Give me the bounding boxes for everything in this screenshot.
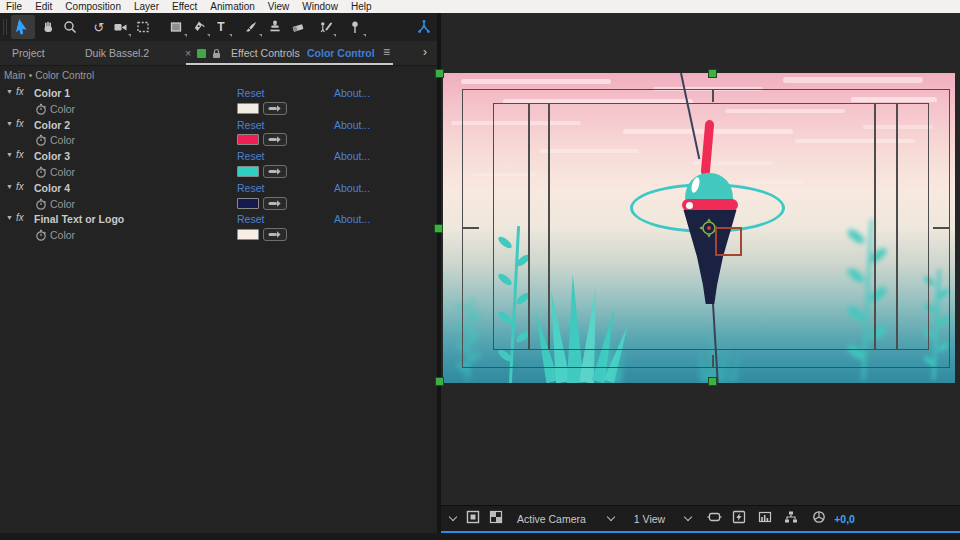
stopwatch-icon[interactable] xyxy=(34,165,48,179)
menu-view[interactable]: View xyxy=(268,0,290,13)
effect-header-row[interactable]: ▼fxColor 3ResetAbout... xyxy=(0,148,437,164)
fx-badge-icon[interactable]: fx xyxy=(16,149,24,160)
pan-behind-tool[interactable] xyxy=(131,15,155,39)
about-link[interactable]: About... xyxy=(334,87,370,99)
panel-menu-icon[interactable]: ≡ xyxy=(383,45,390,59)
disclosure-triangle-icon[interactable]: ▼ xyxy=(6,214,13,221)
hand-tool[interactable] xyxy=(36,15,60,39)
eraser-tool[interactable] xyxy=(286,15,310,39)
puppet-pin-tool[interactable] xyxy=(343,15,367,39)
disclosure-triangle-icon[interactable]: ▼ xyxy=(6,120,13,127)
effect-header-row[interactable]: ▼fxColor 1ResetAbout... xyxy=(0,85,437,101)
brush-tool[interactable] xyxy=(239,15,263,39)
effect-name[interactable]: Color 4 xyxy=(34,182,70,194)
handle-mid-left[interactable] xyxy=(434,224,443,233)
rectangle-tool[interactable] xyxy=(164,15,188,39)
layer-center-tick xyxy=(462,227,479,229)
color-swatch[interactable] xyxy=(237,134,259,145)
viewer-options-dropdown[interactable] xyxy=(446,517,460,520)
disclosure-triangle-icon[interactable]: ▼ xyxy=(6,151,13,158)
menu-animation[interactable]: Animation xyxy=(210,0,254,13)
breadcrumb-comp[interactable]: Main xyxy=(4,70,26,81)
effect-header-row[interactable]: ▼fxColor 2ResetAbout... xyxy=(0,117,437,133)
menu-window[interactable]: Window xyxy=(302,0,338,13)
cloud-streak xyxy=(461,79,611,84)
reset-link[interactable]: Reset xyxy=(237,150,264,162)
handle-top-mid[interactable] xyxy=(708,69,717,78)
fx-badge-icon[interactable]: fx xyxy=(16,118,24,129)
type-tool[interactable]: T xyxy=(209,15,233,39)
reset-link[interactable]: Reset xyxy=(237,87,264,99)
duik-rig-tool[interactable] xyxy=(412,15,436,39)
menu-edit[interactable]: Edit xyxy=(35,0,52,13)
disclosure-triangle-icon[interactable]: ▼ xyxy=(6,88,13,95)
pixel-aspect-correction-button[interactable] xyxy=(707,510,722,528)
disclosure-triangle-icon[interactable]: ▼ xyxy=(6,183,13,190)
fx-badge-icon[interactable]: fx xyxy=(16,212,24,223)
view-layout-dropdown[interactable]: 1 View xyxy=(634,513,691,525)
fast-previews-button[interactable] xyxy=(732,510,746,528)
stopwatch-icon[interactable] xyxy=(34,197,48,211)
about-link[interactable]: About... xyxy=(334,150,370,162)
effect-header-row[interactable]: ▼fxColor 4ResetAbout... xyxy=(0,180,437,196)
color-swatch[interactable] xyxy=(237,198,259,209)
stopwatch-icon[interactable] xyxy=(34,133,48,147)
clone-stamp-tool[interactable] xyxy=(263,15,287,39)
camera-view-dropdown[interactable]: Active Camera xyxy=(517,513,614,525)
effect-name[interactable]: Color 2 xyxy=(34,119,70,131)
color-swatch[interactable] xyxy=(237,166,259,177)
reset-link[interactable]: Reset xyxy=(237,119,264,131)
menu-help[interactable]: Help xyxy=(351,0,372,13)
tab-duik-bassel[interactable]: Duik Bassel.2 xyxy=(85,47,149,59)
reset-link[interactable]: Reset xyxy=(237,213,264,225)
eyedropper-button[interactable] xyxy=(263,165,287,178)
pen-tool[interactable] xyxy=(187,15,211,39)
fast-previews-icon xyxy=(732,510,746,524)
about-link[interactable]: About... xyxy=(334,213,370,225)
tab-active-layer-name[interactable]: Color Control xyxy=(307,47,375,59)
tab-project[interactable]: Project xyxy=(12,47,45,59)
zoom-tool[interactable] xyxy=(58,15,82,39)
camera-tool[interactable] xyxy=(108,15,132,39)
stopwatch-icon[interactable] xyxy=(34,228,48,242)
stopwatch-icon[interactable] xyxy=(34,102,48,116)
lock-icon[interactable] xyxy=(211,48,222,59)
flowchart-button[interactable] xyxy=(784,510,798,528)
composition-viewer: Active Camera 1 View xyxy=(441,13,960,540)
menu-effect[interactable]: Effect xyxy=(172,0,197,13)
handle-bottom-left[interactable] xyxy=(435,377,444,386)
color-swatch[interactable] xyxy=(237,229,259,240)
close-tab-icon[interactable]: × xyxy=(185,47,191,59)
selection-tool[interactable] xyxy=(11,15,35,39)
timeline-button[interactable] xyxy=(758,510,772,528)
about-link[interactable]: About... xyxy=(334,182,370,194)
effect-name[interactable]: Color 3 xyxy=(34,150,70,162)
effect-header-row[interactable]: ▼fxFinal Text or LogoResetAbout... xyxy=(0,211,437,227)
eyedropper-button[interactable] xyxy=(263,133,287,146)
effect-name[interactable]: Final Text or Logo xyxy=(34,213,124,225)
exposure-value[interactable]: +0,0 xyxy=(834,513,855,525)
handle-top-left[interactable] xyxy=(435,69,444,78)
effect-name[interactable]: Color 1 xyxy=(34,87,70,99)
tab-overflow-chevron-icon[interactable]: › xyxy=(423,45,427,59)
menu-composition[interactable]: Composition xyxy=(65,0,121,13)
region-of-interest-button[interactable] xyxy=(466,510,480,528)
transparency-grid-button[interactable] xyxy=(489,510,503,528)
eyedropper-button[interactable] xyxy=(263,197,287,210)
tab-effect-controls[interactable]: Effect Controls xyxy=(231,47,300,59)
menu-layer[interactable]: Layer xyxy=(134,0,159,13)
roto-brush-tool[interactable] xyxy=(313,15,337,39)
composition-canvas[interactable] xyxy=(443,73,955,383)
reset-link[interactable]: Reset xyxy=(237,182,264,194)
fx-badge-icon[interactable]: fx xyxy=(16,86,24,97)
viewer-bottom-bar: Active Camera 1 View xyxy=(441,505,960,531)
eyedropper-button[interactable] xyxy=(263,102,287,115)
reset-exposure-button[interactable] xyxy=(812,510,826,528)
menu-file[interactable]: File xyxy=(6,0,22,13)
fx-badge-icon[interactable]: fx xyxy=(16,181,24,192)
about-link[interactable]: About... xyxy=(334,119,370,131)
selection-marker-box[interactable] xyxy=(715,227,742,256)
color-swatch[interactable] xyxy=(237,103,259,114)
handle-bottom-mid[interactable] xyxy=(708,377,717,386)
eyedropper-button[interactable] xyxy=(263,228,287,241)
